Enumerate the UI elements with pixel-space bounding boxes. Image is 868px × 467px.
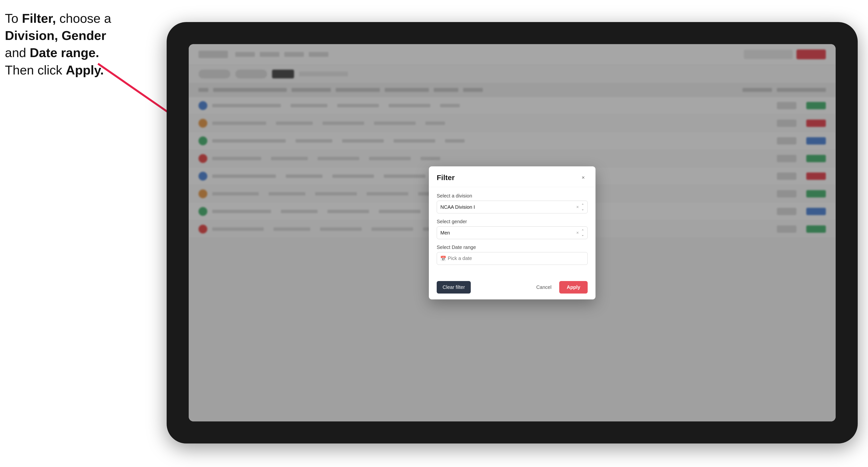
modal-close-button[interactable]: × [579,173,588,182]
filter-modal: Filter × Select a division NCAA Division… [429,166,595,300]
instruction-line1: To Filter, choose a [5,11,111,26]
modal-title: Filter [437,174,455,182]
tablet-screen: Filter × Select a division NCAA Division… [189,44,836,422]
instruction-bold-date: Date range. [30,45,99,60]
date-input-wrapper: 📅 [437,252,588,265]
division-form-group: Select a division NCAA Division I NCAA D… [437,193,588,213]
modal-header: Filter × [429,166,595,187]
instruction-bold-division-gender: Division, Gender [5,28,106,43]
gender-clear-icon[interactable]: × [576,230,579,235]
division-select-wrapper: NCAA Division I NCAA Division II NCAA Di… [437,201,588,213]
modal-body: Select a division NCAA Division I NCAA D… [429,187,595,277]
modal-footer: Clear filter Cancel Apply [429,277,595,300]
footer-right-buttons: Cancel Apply [532,281,588,293]
instruction-bold-apply: Apply. [66,63,104,77]
calendar-icon: 📅 [440,255,446,261]
division-label: Select a division [437,193,588,199]
modal-overlay: Filter × Select a division NCAA Division… [189,44,836,422]
date-range-input[interactable] [437,252,588,265]
instruction-line4: Then click Apply. [5,63,104,77]
close-icon: × [582,175,585,181]
instruction-bold-filter: Filter, [22,11,56,26]
gender-select[interactable]: Men Women Mixed [437,226,588,239]
cancel-button[interactable]: Cancel [532,281,555,293]
instruction-line3: and Date range. [5,45,99,60]
tablet-frame: Filter × Select a division NCAA Division… [167,22,858,443]
gender-select-wrapper: Men Women Mixed × ⌃⌄ [437,226,588,239]
clear-filter-button[interactable]: Clear filter [437,281,471,293]
gender-label: Select gender [437,219,588,224]
instruction-text: To Filter, choose a Division, Gender and… [5,10,147,79]
division-clear-icon[interactable]: × [576,204,579,210]
gender-form-group: Select gender Men Women Mixed × ⌃⌄ [437,219,588,239]
division-select[interactable]: NCAA Division I NCAA Division II NCAA Di… [437,201,588,213]
date-range-form-group: Select Date range 📅 [437,245,588,265]
apply-button[interactable]: Apply [559,281,588,293]
date-range-label: Select Date range [437,245,588,250]
